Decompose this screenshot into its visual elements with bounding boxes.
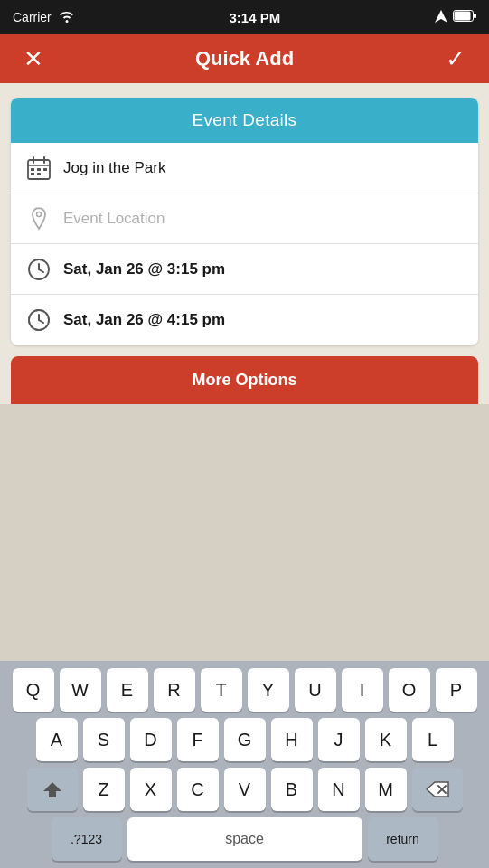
carrier-label: Carrier [13, 10, 52, 24]
content-area: Event Details [0, 83, 489, 404]
status-bar-right [435, 10, 476, 25]
key-k[interactable]: K [365, 718, 407, 761]
event-location-row [11, 193, 478, 244]
clock-icon [24, 258, 54, 281]
nav-bar: ✕ Quick Add ✓ [0, 34, 489, 83]
key-i[interactable]: I [342, 668, 383, 712]
calendar-icon [24, 156, 54, 180]
status-bar-left: Carrier [13, 10, 75, 25]
clock-end-icon [24, 308, 54, 332]
return-key[interactable]: return [368, 817, 438, 861]
key-d[interactable]: D [130, 718, 172, 761]
start-time-row[interactable]: Sat, Jan 26 @ 3:15 pm [11, 244, 478, 295]
key-w[interactable]: W [60, 668, 101, 712]
event-card-header: Event Details [11, 98, 478, 143]
numbers-key[interactable]: .?123 [52, 817, 122, 861]
key-z[interactable]: Z [83, 768, 125, 811]
key-n[interactable]: N [318, 768, 360, 811]
svg-point-13 [37, 212, 42, 216]
more-options-button[interactable]: More Options [11, 356, 478, 404]
key-a[interactable]: A [36, 718, 78, 761]
key-e[interactable]: E [107, 668, 148, 712]
event-details-label: Event Details [193, 110, 297, 129]
key-f[interactable]: F [177, 718, 219, 761]
event-title-input[interactable] [63, 159, 465, 177]
keyboard: Q W E R T Y U I O P A S D F G H J K L Z … [0, 661, 489, 868]
key-p[interactable]: P [436, 668, 477, 712]
event-title-row [11, 143, 478, 193]
key-m[interactable]: M [365, 768, 407, 811]
close-button[interactable]: ✕ [16, 43, 51, 74]
svg-rect-8 [31, 168, 34, 171]
key-c[interactable]: C [177, 768, 219, 811]
key-b[interactable]: B [271, 768, 313, 811]
svg-line-16 [39, 269, 43, 272]
key-o[interactable]: O [389, 668, 430, 712]
delete-key[interactable] [412, 768, 463, 811]
key-x[interactable]: X [130, 768, 172, 811]
svg-marker-0 [435, 10, 447, 23]
key-h[interactable]: H [271, 718, 313, 761]
event-location-input[interactable] [63, 210, 465, 228]
keyboard-bottom-row: .?123 space return [4, 817, 485, 861]
key-j[interactable]: J [318, 718, 360, 761]
location-pin-icon [24, 207, 54, 231]
svg-rect-11 [31, 173, 34, 175]
end-time-row[interactable]: Sat, Jan 26 @ 4:15 pm [11, 295, 478, 345]
space-key[interactable]: space [127, 817, 362, 861]
svg-line-19 [39, 320, 43, 323]
svg-rect-10 [43, 168, 47, 171]
key-r[interactable]: R [154, 668, 195, 712]
keyboard-row-3: Z X C V B N M [4, 768, 485, 811]
confirm-button[interactable]: ✓ [438, 43, 473, 74]
event-card: Event Details [11, 98, 478, 345]
wifi-icon [59, 10, 75, 25]
key-s[interactable]: S [83, 718, 125, 761]
end-datetime-text: Sat, Jan 26 @ 4:15 pm [63, 311, 225, 329]
svg-rect-3 [474, 14, 476, 18]
status-bar: Carrier 3:14 PM [0, 0, 489, 34]
svg-rect-9 [37, 168, 41, 171]
keyboard-row-2: A S D F G H J K L [4, 718, 485, 761]
page-title: Quick Add [195, 47, 294, 71]
key-l[interactable]: L [412, 718, 454, 761]
status-time: 3:14 PM [230, 10, 281, 25]
key-t[interactable]: T [201, 668, 242, 712]
svg-rect-12 [37, 173, 41, 175]
key-u[interactable]: U [295, 668, 336, 712]
key-v[interactable]: V [224, 768, 266, 811]
battery-icon [453, 10, 476, 24]
key-q[interactable]: Q [13, 668, 54, 712]
svg-marker-21 [43, 782, 61, 797]
start-datetime-text: Sat, Jan 26 @ 3:15 pm [63, 260, 225, 278]
key-y[interactable]: Y [248, 668, 289, 712]
keyboard-row-1: Q W E R T Y U I O P [4, 668, 485, 712]
svg-rect-2 [454, 12, 470, 21]
key-g[interactable]: G [224, 718, 266, 761]
location-arrow-icon [435, 10, 447, 25]
shift-key[interactable] [27, 768, 78, 811]
